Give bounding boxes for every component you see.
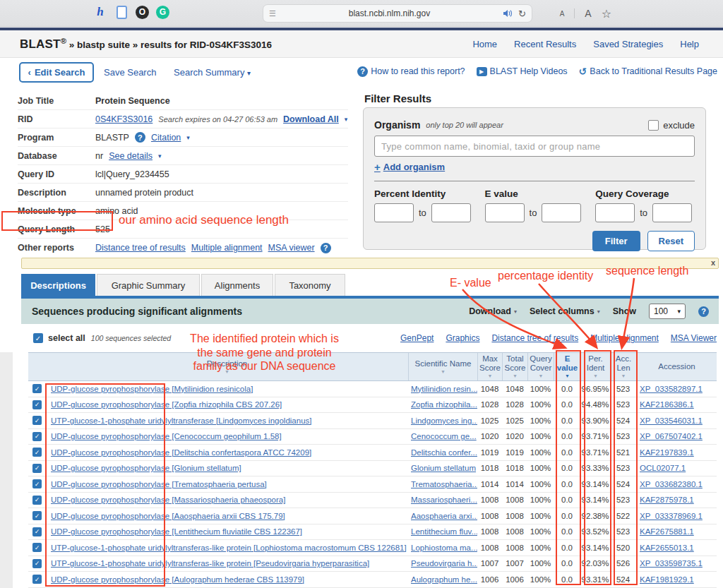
scientific-name-link[interactable]: Mytilinidion resin... — [411, 385, 477, 393]
search-summary-link[interactable]: Search Summary ▾ — [174, 67, 251, 78]
row-checkbox[interactable]: ✓ — [32, 543, 42, 552]
distance-tree-link[interactable]: Distance tree of results — [95, 243, 186, 253]
nav-recent-results[interactable]: Recent Results — [514, 39, 576, 49]
extension-doc-icon[interactable] — [114, 5, 129, 19]
header-description[interactable]: Description▼ — [46, 353, 408, 380]
scientific-name-link[interactable]: Lentithecium fluv... — [411, 527, 477, 536]
see-details-link[interactable]: See details — [109, 151, 153, 161]
filter-button[interactable]: Filter — [592, 231, 640, 251]
row-checkbox[interactable]: ✓ — [32, 496, 42, 505]
reset-button[interactable]: Reset — [647, 231, 695, 251]
scientific-name-link[interactable]: Trematosphaeria... — [411, 480, 477, 488]
accession-link[interactable]: XP_033546031.1 — [640, 416, 703, 425]
query-coverage-max-input[interactable] — [652, 203, 692, 222]
help-icon[interactable]: ? — [698, 306, 709, 317]
scientific-name-link[interactable]: Aulographum he... — [411, 575, 477, 584]
decrease-font-button[interactable]: A — [560, 10, 565, 18]
close-icon[interactable]: x — [711, 258, 715, 267]
row-checkbox[interactable]: ✓ — [32, 559, 42, 568]
nav-help[interactable]: Help — [680, 39, 699, 49]
help-icon[interactable]: ? — [135, 132, 145, 143]
address-bar[interactable]: ☰ blast.ncbi.nlm.nih.gov ↻ — [263, 4, 532, 23]
nav-saved-strategies[interactable]: Saved Strategies — [593, 39, 663, 49]
row-checkbox[interactable]: ✓ — [32, 464, 42, 473]
description-link[interactable]: UDP-glucose pyrophosphorylase [Zopfia rh… — [51, 400, 282, 409]
description-link[interactable]: UDP-glucose pyrophosphorylase [Lentithec… — [51, 527, 302, 536]
accession-link[interactable]: KAF1981929.1 — [640, 575, 694, 584]
audio-icon[interactable] — [503, 9, 513, 18]
extension-grammarly-icon[interactable]: G — [156, 6, 169, 19]
header-query-cover[interactable]: Query Cover▼ — [527, 353, 554, 380]
scientific-name-link[interactable]: Glonium stellatum — [411, 464, 476, 472]
header-e-value[interactable]: E value▼ — [554, 353, 580, 380]
scientific-name-link[interactable]: Lindgomyces ing... — [411, 416, 477, 425]
tab-descriptions[interactable]: Descriptions — [21, 274, 95, 296]
scientific-name-link[interactable]: Cenococcum ge... — [411, 432, 477, 440]
accession-link[interactable]: XP_033598735.1 — [640, 559, 703, 568]
scientific-name-link[interactable]: Lophiostoma ma... — [411, 544, 477, 552]
reader-view-icon[interactable]: ☰ — [269, 9, 276, 18]
distance-tree-results-link[interactable]: Distance tree of results — [491, 333, 578, 343]
header-scientific-name[interactable]: Scientific Name▼ — [408, 353, 477, 380]
download-all-link[interactable]: Download All — [283, 114, 339, 124]
back-traditional-link[interactable]: ↺Back to Traditional Results Page — [579, 66, 717, 77]
header-per-ident[interactable]: Per. Ident▼ — [580, 353, 610, 380]
header-accession[interactable]: Accession — [636, 353, 717, 380]
scientific-name-link[interactable]: Pseudovirgaria h... — [411, 559, 477, 568]
how-to-read-link[interactable]: ?How to read this report? — [357, 66, 465, 77]
row-checkbox[interactable]: ✓ — [32, 432, 42, 441]
accession-link[interactable]: OCL02077.1 — [640, 464, 686, 472]
nav-home[interactable]: Home — [472, 39, 497, 49]
select-all-checkbox[interactable]: ✓ — [33, 333, 43, 343]
row-checkbox[interactable]: ✓ — [32, 416, 42, 425]
help-videos-link[interactable]: ▶BLAST Help Videos — [477, 66, 568, 76]
evalue-min-input[interactable] — [485, 203, 525, 222]
add-organism-link[interactable]: +Add organism — [374, 161, 445, 173]
percent-identity-min-input[interactable] — [374, 203, 414, 222]
row-checkbox[interactable]: ✓ — [32, 511, 42, 520]
genpept-link[interactable]: GenPept — [400, 333, 434, 343]
scientific-name-link[interactable]: Aaosphaeria arxi... — [411, 512, 477, 520]
description-link[interactable]: UDP-glucose pyrophosphorylase [Delitschi… — [51, 448, 311, 457]
bookmark-star-icon[interactable]: ☆ — [602, 7, 611, 20]
row-checkbox[interactable]: ✓ — [32, 479, 42, 488]
accession-link[interactable]: KAF2655013.1 — [640, 544, 694, 552]
row-checkbox[interactable]: ✓ — [32, 527, 42, 536]
tab-graphic-summary[interactable]: Graphic Summary — [97, 274, 200, 296]
rid-link[interactable]: 0S4KF3S3016 — [95, 114, 153, 124]
download-menu[interactable]: Download▾ — [469, 306, 517, 316]
evalue-max-input[interactable] — [542, 203, 581, 222]
header-total-score[interactable]: Total Score▼ — [502, 353, 527, 380]
query-coverage-min-input[interactable] — [595, 203, 635, 222]
description-link[interactable]: UDP-glucose pyrophosphorylase [Aaosphaer… — [51, 512, 285, 520]
increase-font-button[interactable]: A — [585, 8, 591, 19]
row-checkbox[interactable]: ✓ — [32, 448, 42, 457]
accession-link[interactable]: KAF2197839.1 — [640, 448, 694, 457]
description-link[interactable]: UTP-glucose-1-phosphate uridylyltransfer… — [51, 416, 311, 425]
accession-link[interactable]: XP_067507402.1 — [640, 432, 703, 440]
accession-link[interactable]: KAF2875978.1 — [640, 496, 694, 504]
description-link[interactable]: UDP-glucose pyrophosphorylase [Massarios… — [51, 496, 285, 504]
row-checkbox[interactable]: ✓ — [32, 400, 42, 409]
header-acc-len[interactable]: Acc. Len▼ — [610, 353, 636, 380]
accession-link[interactable]: KAF2675881.1 — [640, 527, 694, 536]
header-max-score[interactable]: Max Score▼ — [477, 353, 502, 380]
save-search-link[interactable]: Save Search — [104, 67, 156, 78]
help-icon[interactable]: ? — [321, 243, 331, 253]
scientific-name-link[interactable]: Zopfia rhizophila... — [411, 400, 477, 409]
percent-identity-max-input[interactable] — [431, 203, 471, 222]
msa-viewer-results-link[interactable]: MSA Viewer — [671, 333, 717, 343]
show-count-select[interactable]: 100▾ — [649, 304, 686, 319]
description-link[interactable]: UDP-glucose pyrophosphorylase [Mytilinid… — [51, 385, 253, 393]
description-link[interactable]: UTP-glucose-1-phosphate uridylyltransfer… — [51, 544, 407, 552]
accession-link[interactable]: KAF2186386.1 — [640, 400, 694, 409]
multiple-alignment-link[interactable]: Multiple alignment — [191, 243, 263, 253]
row-checkbox[interactable]: ✓ — [32, 575, 42, 584]
accession-link[interactable]: XP_033582897.1 — [640, 385, 703, 393]
citation-link[interactable]: Citation — [151, 133, 181, 143]
description-link[interactable]: UDP-glucose pyrophosphorylase [Trematosp… — [51, 480, 267, 488]
graphics-link[interactable]: Graphics — [446, 333, 479, 343]
edit-search-button[interactable]: ‹ Edit Search — [19, 62, 94, 83]
tab-alignments[interactable]: Alignments — [201, 274, 273, 296]
multiple-alignment-results-link[interactable]: Multiple alignment — [590, 333, 659, 343]
